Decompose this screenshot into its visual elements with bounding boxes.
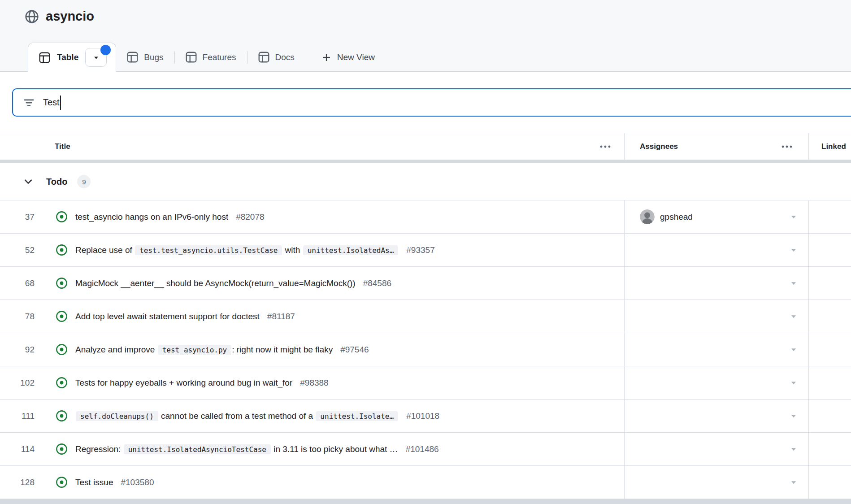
dropdown-caret-icon <box>790 246 798 254</box>
linked-cell[interactable] <box>809 200 851 233</box>
assignee-login: gpshead <box>660 212 693 222</box>
linked-cell[interactable] <box>809 333 851 366</box>
table-row[interactable]: 114Regression: unittest.IsolatedAsyncioT… <box>0 432 851 465</box>
title-cell[interactable]: 68MagicMock __aenter__ should be AsyncMo… <box>0 267 624 300</box>
table-row[interactable]: 37test_asyncio hangs on an IPv6-only hos… <box>0 200 851 233</box>
title-cell[interactable]: 128Test issue#103580 <box>0 466 624 499</box>
assignee-dropdown-caret[interactable] <box>790 478 798 487</box>
table-row[interactable]: 111self.doCleanups() cannot be called fr… <box>0 399 851 432</box>
table-row[interactable]: 78Add top level await statement support … <box>0 300 851 333</box>
assignees-cell[interactable]: gpshead <box>624 200 809 233</box>
issue-number[interactable]: #101018 <box>406 411 439 421</box>
linked-cell[interactable] <box>809 234 851 266</box>
assignees-cell[interactable] <box>624 234 809 266</box>
linked-cell[interactable] <box>809 300 851 333</box>
group-count-badge: 9 <box>77 175 91 188</box>
issue-number[interactable]: #103580 <box>121 478 154 487</box>
assignees-cell[interactable] <box>624 366 809 399</box>
title-cell[interactable]: 102Tests for happy eyeballs + working ar… <box>0 366 624 399</box>
title-cell[interactable]: 114Regression: unittest.IsolatedAsyncioT… <box>0 433 624 465</box>
table-row[interactable]: 102Tests for happy eyeballs + working ar… <box>0 366 851 399</box>
issue-number[interactable]: #82078 <box>236 212 264 222</box>
plus-icon <box>321 52 331 62</box>
assignee-dropdown-caret[interactable] <box>790 279 798 287</box>
new-view-button[interactable]: New View <box>321 52 375 62</box>
table-row[interactable]: 52Replace use of test.test_asyncio.utils… <box>0 233 851 266</box>
issue-title[interactable]: MagicMock __aenter__ should be AsyncMock… <box>75 278 356 288</box>
column-menu-button[interactable] <box>599 145 612 148</box>
code-span: self.doCleanups() <box>76 411 158 421</box>
linked-cell[interactable] <box>809 433 851 465</box>
tab-bugs[interactable]: Bugs <box>116 43 174 72</box>
assignee-dropdown-caret[interactable] <box>790 445 798 453</box>
title-segment: MagicMock __aenter__ should be AsyncMock… <box>75 278 356 288</box>
issue-title[interactable]: Tests for happy eyeballs + working aroun… <box>75 378 292 388</box>
group-header-todo[interactable]: Todo 9 <box>0 163 851 200</box>
title-cell[interactable]: 52Replace use of test.test_asyncio.utils… <box>0 234 624 266</box>
column-header-assignees[interactable]: Assignees <box>624 133 809 160</box>
issue-title[interactable]: Replace use of test.test_asyncio.utils.T… <box>75 245 399 255</box>
title-cell[interactable]: 92Analyze and improve test_asyncio.py: r… <box>0 333 624 366</box>
title-cell[interactable]: 78Add top level await statement support … <box>0 300 624 333</box>
row-number: 78 <box>0 312 35 322</box>
linked-cell[interactable] <box>809 267 851 300</box>
title-cell[interactable]: 111self.doCleanups() cannot be called fr… <box>0 400 624 432</box>
assignee-dropdown-caret[interactable] <box>790 246 798 254</box>
assignees-cell[interactable] <box>624 400 809 432</box>
assignees-cell[interactable] <box>624 433 809 465</box>
table-view-icon <box>258 52 269 63</box>
linked-cell[interactable] <box>809 400 851 432</box>
open-issue-icon <box>56 211 68 223</box>
title-cell[interactable]: 37test_asyncio hangs on an IPv6-only hos… <box>0 200 624 233</box>
filter-bar: Test <box>0 72 851 133</box>
code-span: unittest.IsolatedAs… <box>303 245 399 255</box>
issue-number[interactable]: #93357 <box>406 245 434 255</box>
issue-number[interactable]: #81187 <box>267 312 295 322</box>
open-issue-icon <box>56 377 68 389</box>
tab-docs[interactable]: Docs <box>247 43 305 72</box>
open-issue-icon <box>56 443 68 455</box>
issue-number[interactable]: #98388 <box>300 378 328 388</box>
issue-number[interactable]: #97546 <box>340 345 369 355</box>
table-row[interactable]: 128Test issue#103580 <box>0 465 851 499</box>
linked-cell[interactable] <box>809 366 851 399</box>
assignees-cell[interactable] <box>624 300 809 333</box>
column-header-title[interactable]: Title <box>0 133 624 160</box>
assignee-dropdown-caret[interactable] <box>790 412 798 420</box>
tab-features[interactable]: Features <box>175 43 247 72</box>
issue-number[interactable]: #101486 <box>406 444 439 454</box>
assignee-dropdown-caret[interactable] <box>790 379 798 387</box>
issue-title[interactable]: Add top level await statement support fo… <box>75 312 260 322</box>
caret-down-icon <box>92 54 100 61</box>
issue-title[interactable]: Analyze and improve test_asyncio.py: rig… <box>75 345 333 355</box>
assignees-cell[interactable] <box>624 466 809 499</box>
column-menu-button[interactable] <box>781 145 793 148</box>
assignee-dropdown-caret[interactable] <box>790 313 798 321</box>
section-divider-band <box>0 160 851 163</box>
issue-title[interactable]: self.doCleanups() cannot be called from … <box>75 411 399 421</box>
dropdown-caret-icon <box>790 313 798 321</box>
chevron-down-icon[interactable] <box>23 176 34 187</box>
column-header-linked[interactable]: Linked <box>809 133 851 160</box>
table-row[interactable]: 92Analyze and improve test_asyncio.py: r… <box>0 333 851 366</box>
dropdown-caret-icon <box>790 412 798 420</box>
open-issue-icon <box>56 343 68 356</box>
linked-cell[interactable] <box>809 466 851 499</box>
view-options-button[interactable] <box>85 48 107 67</box>
issue-title[interactable]: Regression: unittest.IsolatedAsyncioTest… <box>75 444 398 454</box>
issue-number[interactable]: #84586 <box>363 278 391 288</box>
project-header-section: asyncio Table Bugs Features <box>0 0 851 72</box>
kebab-icon <box>599 145 612 148</box>
assignee-dropdown-caret[interactable] <box>790 346 798 354</box>
tab-table[interactable]: Table <box>28 43 116 72</box>
globe-icon <box>25 9 39 24</box>
dropdown-caret-icon <box>790 445 798 453</box>
issue-title[interactable]: Test issue <box>75 478 113 487</box>
assignees-cell[interactable] <box>624 333 809 366</box>
code-span: unittest.Isolate… <box>316 411 398 421</box>
assignees-cell[interactable] <box>624 267 809 300</box>
issue-title[interactable]: test_asyncio hangs on an IPv6-only host <box>75 212 228 222</box>
assignee-dropdown-caret[interactable] <box>790 213 798 221</box>
filter-input[interactable]: Test <box>12 88 851 117</box>
table-row[interactable]: 68MagicMock __aenter__ should be AsyncMo… <box>0 266 851 300</box>
